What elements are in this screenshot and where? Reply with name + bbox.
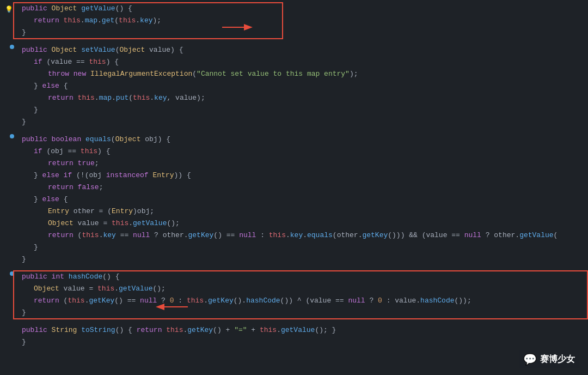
- code-line: public Object getValue() {: [17, 2, 588, 14]
- code-line: } else if (!(obj instanceof Entry)) {: [17, 169, 588, 181]
- code-line-closing: }: [17, 336, 588, 348]
- this-keyword: this: [64, 16, 81, 25]
- code-line: Object value = this.getValue();: [17, 217, 588, 229]
- code-line: return true;: [17, 157, 588, 169]
- code-line: }: [17, 306, 588, 318]
- watermark: 💬 赛博少女: [519, 350, 579, 368]
- dot-icon: [10, 45, 14, 49]
- keyword-public: public: [22, 4, 52, 13]
- section-gap: [17, 38, 588, 44]
- code-line: } else {: [17, 193, 588, 205]
- section-gap2: [17, 128, 588, 133]
- code-line: }: [17, 116, 588, 128]
- code-line: public int hashCode() {: [17, 270, 588, 282]
- code-line: if (value == this) {: [17, 56, 588, 68]
- fn-key: key: [140, 16, 152, 25]
- code-area: 💡 public Object getValue() { return this…: [17, 2, 588, 348]
- lightbulb-marker: 💡: [1, 3, 16, 15]
- code-line: return this.map.put(this.key, value);: [17, 92, 588, 104]
- watermark-text: 赛博少女: [540, 354, 575, 365]
- code-line: throw new IllegalArgumentException("Cann…: [17, 68, 588, 80]
- code-line: }: [17, 253, 588, 265]
- code-line: public boolean equals(Object obj) {: [17, 133, 588, 145]
- code-line: return (this.getKey() == null ? 0 : this…: [17, 294, 588, 306]
- lightbulb-icon: 💡: [5, 5, 13, 14]
- code-line: public String toString() { return this.g…: [17, 324, 588, 336]
- code-line: Object value = this.getValue();: [17, 282, 588, 294]
- code-line: return this.map.get(this.key);: [17, 14, 588, 26]
- code-line: Entry other = (Entry)obj;: [17, 205, 588, 217]
- code-line: }: [17, 26, 588, 38]
- code-line: } else {: [17, 80, 588, 92]
- section-gap4: [17, 318, 588, 324]
- code-container: 💡 public Object getValue() { return this…: [0, 0, 588, 375]
- code-line: return (this.key == null ? other.getKey(…: [17, 229, 588, 241]
- code-line: return false;: [17, 181, 588, 193]
- keyword-return: return: [34, 16, 64, 25]
- line-gutter: [0, 0, 17, 375]
- wechat-icon: 💬: [523, 353, 537, 366]
- fn-get: get: [102, 16, 114, 25]
- fn-getValue: getValue: [81, 4, 115, 13]
- this-keyword2: this: [119, 16, 136, 25]
- code-line: public Object setValue(Object value) {: [17, 44, 588, 56]
- paren: () {: [115, 4, 132, 13]
- code-line: }: [17, 104, 588, 116]
- dot-icon2: [10, 134, 14, 138]
- type-object: Object: [52, 4, 82, 13]
- dot-icon3: [10, 271, 14, 276]
- section-gap3: [17, 265, 588, 270]
- fn-map: map: [85, 16, 97, 25]
- code-line: if (obj == this) {: [17, 145, 588, 157]
- code-line: }: [17, 241, 588, 253]
